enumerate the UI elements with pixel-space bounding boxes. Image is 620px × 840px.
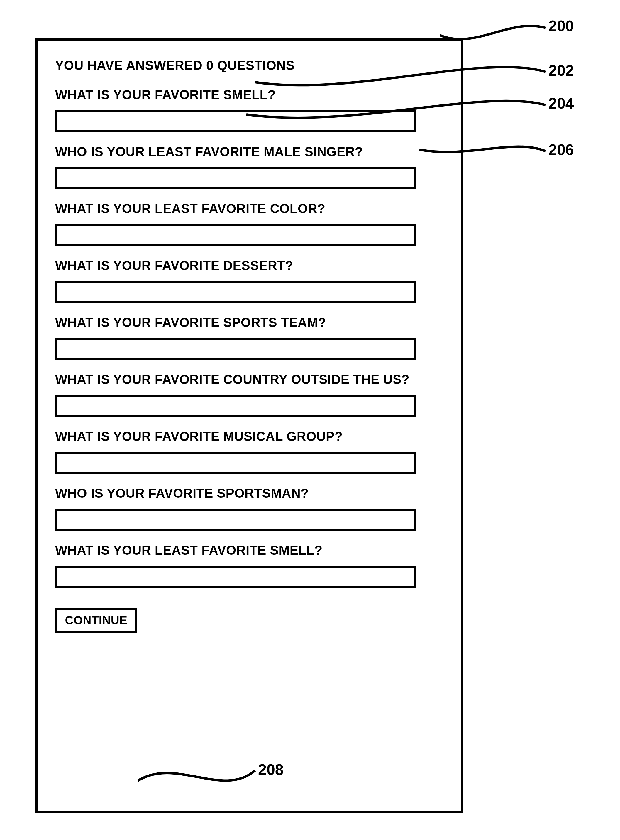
lead-lines	[0, 0, 620, 840]
